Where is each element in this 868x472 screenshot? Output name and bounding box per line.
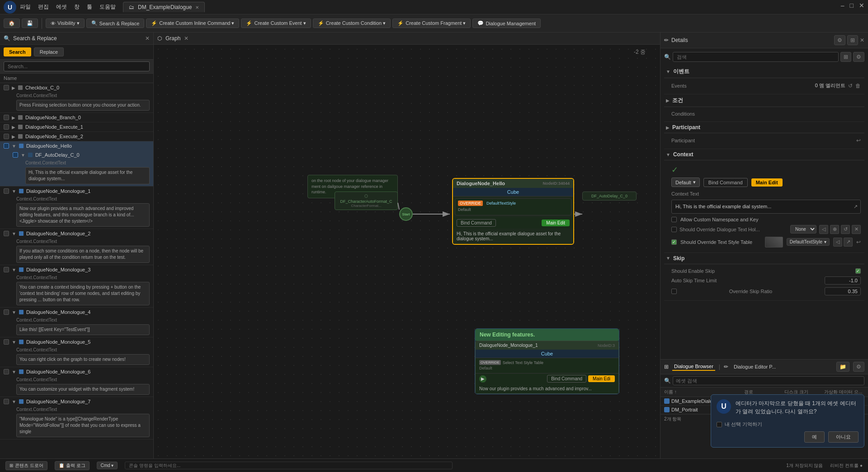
expand-icon[interactable]: ▼: [12, 369, 16, 374]
style-reset-button[interactable]: ↩: [856, 239, 861, 245]
context-bind-command-button[interactable]: Bind Command: [703, 178, 748, 187]
list-item-header[interactable]: ▼ DF_AutoDelay_C_0: [9, 150, 153, 159]
context-text-expand-button[interactable]: ↗: [854, 203, 858, 210]
expand-icon[interactable]: ▶: [12, 85, 15, 90]
bind-command-button[interactable]: Bind Command: [457, 219, 496, 227]
item-checkbox[interactable]: [4, 309, 9, 315]
expand-icon[interactable]: ▼: [12, 267, 16, 272]
menu-help[interactable]: 도움말: [99, 3, 116, 11]
menu-asset[interactable]: 에셋: [56, 3, 67, 11]
play-button[interactable]: ▶: [479, 375, 486, 383]
item-checkbox[interactable]: [4, 134, 9, 139]
allow-custom-ns-checkbox[interactable]: [671, 217, 677, 222]
auto-skip-input[interactable]: [825, 276, 861, 285]
item-checkbox[interactable]: [4, 267, 9, 272]
mono-bind-command-button[interactable]: Bind Command: [547, 375, 586, 383]
override-dialogue-checkbox[interactable]: [671, 227, 677, 232]
create-condition-button[interactable]: ⚡ Create Custom Condition ▾: [313, 19, 391, 28]
conditions-section-header[interactable]: ▶ 조건: [664, 94, 864, 107]
list-item-header[interactable]: ▼ DialogueNode_Monologue_7: [0, 397, 153, 406]
context-main-edit-button[interactable]: Main Edit: [751, 178, 783, 187]
search-input[interactable]: [4, 61, 150, 71]
text-style-dropdown[interactable]: DefaultTextStyle ▾: [787, 238, 830, 246]
expand-icon[interactable]: ▼: [12, 231, 16, 236]
list-item-header[interactable]: ▼ DialogueNode_Monologue_2: [0, 229, 153, 238]
item-checkbox[interactable]: [4, 115, 9, 120]
notif-yes-button[interactable]: 예: [804, 431, 825, 443]
participant-reset-button[interactable]: ↩: [856, 137, 861, 144]
override-skip-input[interactable]: [825, 287, 861, 295]
start-node[interactable]: Start: [399, 207, 413, 221]
notif-remember-checkbox[interactable]: [717, 422, 722, 427]
create-inline-command-button[interactable]: ⚡ Create Custom Inline Command ▾: [146, 19, 239, 28]
default-dropdown[interactable]: Default ▾: [671, 178, 700, 187]
override-skip-checkbox[interactable]: [671, 289, 677, 294]
item-checkbox[interactable]: [4, 399, 9, 404]
expand-icon[interactable]: ▶: [12, 134, 15, 139]
tab-close-button[interactable]: ✕: [195, 5, 199, 10]
override-text-style-checkbox[interactable]: [671, 239, 677, 245]
replace-tab[interactable]: Replace: [34, 47, 64, 56]
context-section-header[interactable]: ▼ Context: [664, 149, 864, 160]
item-checkbox[interactable]: [4, 369, 9, 374]
events-section-header[interactable]: ▼ 이벤트: [664, 65, 864, 78]
list-item-header[interactable]: ▶ Checkbox_C_0: [0, 83, 153, 92]
expand-icon[interactable]: ▼: [12, 144, 16, 149]
details-filter-button[interactable]: ⊞: [840, 52, 851, 62]
list-item-header[interactable]: ▶ DialogueNode_Execute_1: [0, 122, 153, 131]
list-item-header[interactable]: ▶ DialogueNode_Execute_2: [0, 132, 153, 141]
override-reset-button[interactable]: ↺: [841, 225, 850, 234]
list-item-header[interactable]: ▶ DialogueNode_Branch_0: [0, 113, 153, 122]
expand-icon[interactable]: ▶: [12, 115, 15, 120]
home-button[interactable]: 🏠: [4, 19, 20, 28]
dialogue-browser-tab[interactable]: Dialogue Browser: [672, 363, 715, 371]
list-item-header[interactable]: ▼ DialogueNode_Hello: [0, 141, 153, 150]
char-auto-format-node[interactable]: ⬡ DF_CharacterAutoFormat_C CharacterForm…: [335, 192, 398, 210]
expand-icon[interactable]: ▼: [12, 399, 16, 404]
list-item-header[interactable]: ▼ DialogueNode_Monologue_3: [0, 265, 153, 274]
participant-section-header[interactable]: ▶ Participant: [664, 122, 864, 133]
item-checkbox[interactable]: [13, 152, 18, 158]
expand-icon[interactable]: ▼: [12, 310, 16, 315]
db-search-input[interactable]: [673, 376, 864, 385]
cmd-button[interactable]: Cmd ▾: [97, 462, 118, 469]
create-event-button[interactable]: ⚡ Create Custom Event ▾: [241, 19, 311, 28]
enable-skip-checkbox[interactable]: [855, 268, 861, 274]
maximize-button[interactable]: □: [850, 2, 854, 9]
list-item-header[interactable]: ▼ DialogueNode_Monologue_4: [0, 308, 153, 317]
override-copy-button[interactable]: ⊕: [830, 225, 839, 234]
save-button[interactable]: 💾: [22, 19, 38, 28]
item-checkbox[interactable]: [4, 143, 9, 149]
item-checkbox[interactable]: [4, 85, 9, 90]
left-panel-close-button[interactable]: ✕: [145, 35, 150, 42]
db-settings-button[interactable]: ⚙: [853, 362, 864, 372]
details-grid-button[interactable]: ⊞: [847, 35, 858, 45]
auto-delay-node[interactable]: DF_AutoDelay_C_0: [582, 192, 637, 201]
expand-icon[interactable]: ▼: [21, 153, 25, 158]
notif-no-button[interactable]: 아니요: [828, 431, 859, 443]
details-options-button[interactable]: ⚙: [853, 52, 864, 62]
expand-icon[interactable]: ▼: [12, 189, 16, 194]
style-back-button[interactable]: ◁: [833, 238, 842, 247]
db-folder-button[interactable]: 📁: [836, 362, 849, 372]
list-item-header[interactable]: ▼ DialogueNode_Monologue_5: [0, 337, 153, 346]
item-checkbox[interactable]: [4, 124, 9, 130]
details-search-input[interactable]: [673, 52, 839, 62]
item-checkbox[interactable]: [4, 339, 9, 345]
graph-close-button[interactable]: ✕: [184, 35, 189, 42]
mono-main-edit-button[interactable]: Main Edi: [588, 375, 615, 382]
console-input[interactable]: [125, 462, 452, 469]
main-edit-button[interactable]: Main Edit: [542, 220, 570, 226]
visibility-button[interactable]: 👁 👁 Visibility ▾ Visibility ▾: [46, 19, 85, 28]
list-item-header[interactable]: ▼ DialogueNode_Monologue_1: [0, 187, 153, 196]
events-reset-button[interactable]: ↺: [848, 83, 853, 89]
events-delete-button[interactable]: 🗑: [855, 83, 861, 89]
skip-section-header[interactable]: ▼ Skip: [664, 253, 864, 264]
style-open-button[interactable]: ↗: [844, 238, 853, 247]
list-item-header[interactable]: ▼ DialogueNode_Monologue_6: [0, 367, 153, 376]
graph-canvas[interactable]: -2 중 on the root node of your dialogue m…: [154, 45, 660, 458]
hello-node[interactable]: DialogueNode_Hello NodeID:34044 Cube OVE…: [452, 178, 574, 245]
menu-tools[interactable]: 툴: [87, 3, 92, 11]
dialogue-management-button[interactable]: 💬 Dialogue Management: [472, 19, 541, 28]
override-back-button[interactable]: ◁: [819, 225, 828, 234]
